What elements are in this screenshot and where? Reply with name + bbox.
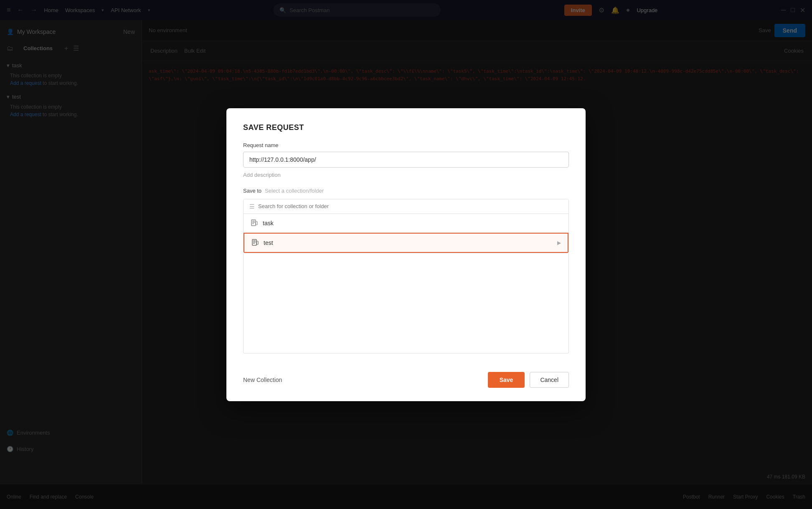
search-filter-icon: ☰ bbox=[249, 203, 255, 210]
svg-rect-7 bbox=[253, 242, 256, 242]
save-to-label: Save to bbox=[243, 188, 261, 194]
collection-item-task[interactable]: task bbox=[244, 214, 568, 233]
svg-rect-2 bbox=[252, 222, 255, 223]
request-name-label: Request name bbox=[243, 142, 569, 148]
save-to-row: Save to Select a collection/folder bbox=[243, 188, 569, 194]
collection-item-task-left: task bbox=[250, 219, 274, 227]
add-description-link[interactable]: Add description bbox=[243, 172, 281, 178]
svg-rect-9 bbox=[256, 241, 258, 244]
collection-icon-task bbox=[250, 219, 259, 227]
collection-icon-test bbox=[251, 239, 259, 247]
save-button[interactable]: Save bbox=[488, 372, 525, 388]
modal-footer: New Collection Save Cancel bbox=[243, 364, 569, 388]
collection-item-test-left: test bbox=[251, 239, 273, 247]
request-name-input[interactable] bbox=[243, 152, 569, 168]
modal-title: SAVE REQUEST bbox=[243, 123, 569, 132]
chevron-right-icon: ▶ bbox=[557, 240, 561, 246]
save-to-placeholder: Select a collection/folder bbox=[265, 188, 324, 194]
modal-overlay[interactable]: SAVE REQUEST Request name Add descriptio… bbox=[0, 0, 812, 509]
collection-list-empty-space bbox=[243, 253, 569, 354]
new-collection-button[interactable]: New Collection bbox=[243, 377, 282, 383]
cancel-button[interactable]: Cancel bbox=[530, 372, 569, 388]
svg-rect-8 bbox=[253, 243, 255, 244]
svg-rect-6 bbox=[253, 240, 256, 241]
collection-list: task test bbox=[243, 214, 569, 253]
svg-rect-1 bbox=[252, 221, 255, 221]
collection-search-input[interactable] bbox=[258, 203, 563, 209]
collection-item-test[interactable]: test ▶ bbox=[244, 233, 568, 253]
save-request-modal: SAVE REQUEST Request name Add descriptio… bbox=[226, 108, 586, 401]
collection-task-name-item: task bbox=[263, 220, 274, 227]
collection-search-box: ☰ bbox=[243, 199, 569, 214]
footer-actions: Save Cancel bbox=[488, 372, 569, 388]
svg-rect-3 bbox=[252, 223, 254, 224]
collection-test-name-item: test bbox=[264, 239, 273, 246]
svg-rect-4 bbox=[256, 221, 257, 225]
